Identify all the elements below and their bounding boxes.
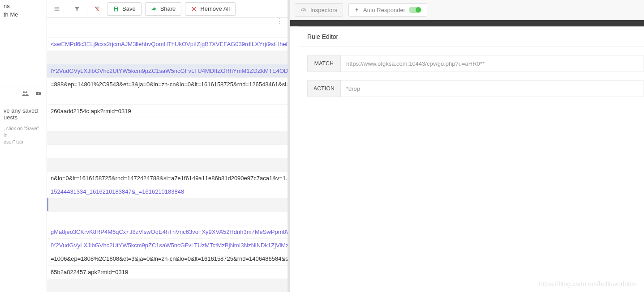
svg-point-1 [26, 91, 27, 93]
sidebar-tool-row [0, 88, 47, 99]
rule-editor-panel: Rule Editor MATCH ACTION [299, 26, 644, 105]
session-row[interactable] [47, 212, 288, 225]
rule-editor-title: Rule Editor [299, 27, 644, 47]
session-toolbar: Save Share Remove All [47, 0, 288, 18]
tab-inspectors-label: Inspectors [310, 7, 337, 13]
session-row[interactable] [47, 199, 288, 212]
group-icon[interactable] [21, 90, 29, 97]
session-row[interactable]: n&lo=0&lt=1616158725&rnd=1472424788&si=a… [47, 172, 288, 185]
remove-all-button[interactable]: Remove All [185, 2, 236, 16]
session-row[interactable] [47, 131, 288, 145]
rule-action-row: ACTION [307, 80, 644, 97]
session-row[interactable] [47, 145, 288, 158]
session-row[interactable] [47, 118, 288, 131]
rule-match-row: MATCH [307, 55, 644, 72]
autoresponder-toggle[interactable] [409, 7, 421, 13]
session-row[interactable]: 65b2a822457.apk?rmid=0319 [47, 266, 288, 279]
session-row[interactable]: =1006&ep=1808%2C1808&et=3&ja=0&ln=zh-cn&… [47, 252, 288, 266]
hint-line2: oser" tab [4, 139, 43, 145]
clear-filter-icon[interactable] [91, 3, 103, 15]
share-button-label: Share [160, 5, 176, 12]
tab-autoresponder-label: Auto Responder [363, 7, 405, 13]
watermark: https://blog.csdn.net/helloworlddm [539, 280, 637, 288]
stream-toggle-icon[interactable] [51, 3, 63, 15]
no-saved-line1: ve any saved [4, 107, 43, 114]
rule-match-input[interactable] [341, 55, 644, 72]
right-tabbar: Inspectors Auto Responder [290, 0, 644, 20]
rule-action-label: ACTION [308, 80, 341, 97]
session-row[interactable]: <swEMPd6c3ELj9cxs2rjcmAJM3llehbvQomHThUk… [47, 38, 288, 51]
right-panel: Inspectors Auto Responder Rule Editor MA… [290, 0, 644, 292]
session-row[interactable]: =888&ep=14801%2C9543&et=3&ja=0&ln=zh-cn&… [47, 78, 288, 91]
sidebar-collections-label: ns [4, 3, 43, 9]
no-saved-line2: uests [4, 114, 43, 121]
session-row[interactable]: 260aadd2154c.apk?rmid=0319 [47, 105, 288, 118]
rule-action-input[interactable] [341, 80, 644, 97]
session-row[interactable]: lY2VudGVyLXJlbGVhc2UtYW5kcm9pZC1saW5ncGF… [47, 64, 288, 78]
rule-match-label: MATCH [308, 55, 341, 72]
session-panel: Save Share Remove All ⋮ <swEMPd6c3ELj9cx… [47, 0, 290, 292]
session-row[interactable] [47, 51, 288, 64]
tab-inspectors[interactable]: Inspectors [295, 3, 343, 17]
session-rows: <swEMPd6c3ELj9cxs2rjcmAJM3llehbvQomHThUk… [47, 24, 288, 292]
save-button[interactable]: Save [107, 2, 142, 16]
drag-indicator [47, 198, 48, 211]
add-folder-icon[interactable] [35, 90, 42, 97]
sidebar: ns th Me ve any saved uests , click on "… [0, 0, 47, 292]
svg-rect-7 [115, 9, 117, 10]
svg-point-0 [23, 91, 25, 93]
svg-rect-6 [115, 6, 117, 8]
panel-strip [290, 20, 644, 26]
save-button-label: Save [122, 5, 136, 12]
hint-line1: , click on "Save" in [4, 125, 43, 139]
session-row[interactable] [47, 279, 288, 292]
share-button[interactable]: Share [145, 2, 182, 16]
sidebar-shared-label: th Me [4, 11, 43, 18]
session-row[interactable] [47, 158, 288, 172]
session-row[interactable]: lY2VudGVyLXJlbGVhc2UtYW5kcm9pZC1saW5ncGF… [47, 239, 288, 252]
tab-autoresponder[interactable]: Auto Responder [348, 3, 427, 17]
column-menu-icon[interactable]: ⋮ [276, 17, 283, 25]
svg-point-10 [303, 9, 305, 11]
session-row[interactable] [47, 91, 288, 105]
session-row[interactable] [47, 24, 288, 38]
filter-icon[interactable] [71, 3, 83, 15]
remove-all-button-label: Remove All [200, 5, 230, 12]
session-column-header: ⋮ [47, 18, 288, 24]
session-row[interactable]: 15244431334_1616210183847&_=161621018384… [47, 185, 288, 199]
session-row[interactable]: gMa8jeo3CKrvK8RP4M6qCx+J8zVlswOqE4hThVnc… [47, 225, 288, 239]
